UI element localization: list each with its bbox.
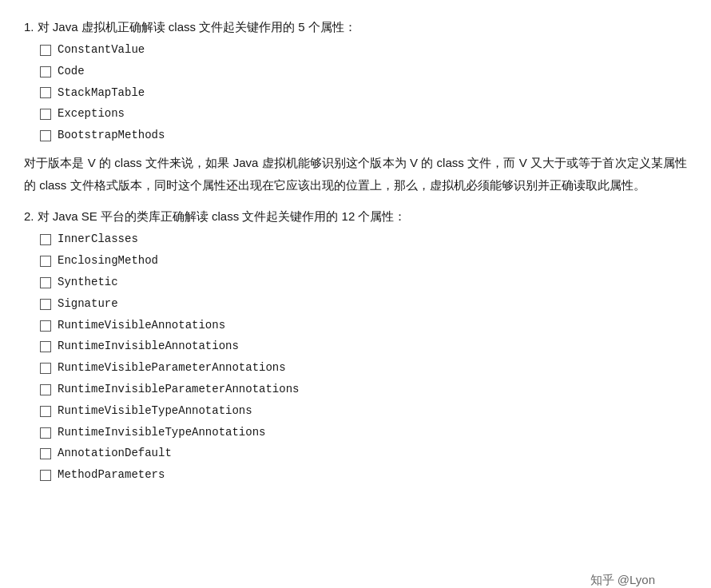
- item-label: RuntimeInvisibleAnnotations: [58, 337, 239, 356]
- section2-heading-text: 2. 对 Java SE 平台的类库正确解读 class 文件起关键作用的 12…: [24, 209, 406, 223]
- item-label: InnerClasses: [58, 230, 138, 249]
- item-label: AnnotationDefault: [58, 444, 172, 463]
- list-item: Synthetic: [40, 273, 687, 292]
- checkbox-icon: [40, 470, 51, 481]
- paragraph-text: 对于版本是 V 的 class 文件来说，如果 Java 虚拟机能够识别这个版本…: [24, 156, 687, 192]
- section1-heading: 1. 对 Java 虚拟机正确解读 class 文件起关键作用的 5 个属性：: [24, 16, 687, 38]
- list-item: RuntimeVisibleAnnotations: [40, 316, 687, 336]
- watermark-text: 知乎 @Lyon: [590, 573, 655, 586]
- section1-list: ConstantValue Code StackMapTable Excepti…: [40, 41, 687, 145]
- item-label: RuntimeInvisibleTypeAnnotations: [58, 423, 265, 443]
- item-label: Signature: [58, 295, 118, 314]
- list-item: RuntimeInvisibleTypeAnnotations: [40, 423, 687, 443]
- item-label: MethodParameters: [58, 466, 165, 485]
- item-label: EnclosingMethod: [58, 252, 158, 271]
- section2-list: InnerClasses EnclosingMethod Synthetic S…: [40, 230, 687, 485]
- item-label: RuntimeVisibleTypeAnnotations: [58, 402, 252, 421]
- list-item: RuntimeInvisibleParameterAnnotations: [40, 380, 687, 399]
- checkbox-icon: [40, 87, 51, 98]
- checkbox-icon: [40, 427, 51, 439]
- list-item: RuntimeVisibleTypeAnnotations: [40, 402, 687, 421]
- section1-heading-text: 1. 对 Java 虚拟机正确解读 class 文件起关键作用的 5 个属性：: [24, 20, 356, 34]
- list-item: RuntimeVisibleParameterAnnotations: [40, 359, 687, 378]
- page-wrapper: 1. 对 Java 虚拟机正确解读 class 文件起关键作用的 5 个属性： …: [24, 16, 687, 588]
- list-item: RuntimeInvisibleAnnotations: [40, 337, 687, 356]
- list-item: StackMapTable: [40, 84, 687, 103]
- item-label: StackMapTable: [58, 84, 145, 103]
- list-item: ConstantValue: [40, 41, 687, 60]
- list-item: InnerClasses: [40, 230, 687, 249]
- checkbox-icon: [40, 256, 51, 267]
- item-label: BootstrapMethods: [58, 126, 165, 145]
- list-item: BootstrapMethods: [40, 126, 687, 145]
- main-content: 1. 对 Java 虚拟机正确解读 class 文件起关键作用的 5 个属性： …: [24, 16, 687, 485]
- list-item: Exceptions: [40, 105, 687, 124]
- checkbox-icon: [40, 234, 51, 245]
- checkbox-icon: [40, 341, 51, 352]
- checkbox-icon: [40, 363, 51, 374]
- list-item: MethodParameters: [40, 466, 687, 485]
- checkbox-icon: [40, 109, 51, 120]
- checkbox-icon: [40, 299, 51, 310]
- watermark: 知乎 @Lyon: [590, 573, 655, 588]
- checkbox-icon: [40, 130, 51, 141]
- item-label: RuntimeInvisibleParameterAnnotations: [58, 380, 299, 399]
- section2-heading: 2. 对 Java SE 平台的类库正确解读 class 文件起关键作用的 12…: [24, 205, 687, 227]
- checkbox-icon: [40, 66, 51, 77]
- item-label: Code: [58, 62, 85, 81]
- item-label: Exceptions: [58, 105, 125, 124]
- list-item: Code: [40, 62, 687, 81]
- item-label: Synthetic: [58, 273, 118, 292]
- checkbox-icon: [40, 320, 51, 332]
- item-label: RuntimeVisibleAnnotations: [58, 316, 225, 336]
- list-item: Signature: [40, 295, 687, 314]
- checkbox-icon: [40, 406, 51, 417]
- description-paragraph: 对于版本是 V 的 class 文件来说，如果 Java 虚拟机能够识别这个版本…: [24, 152, 687, 197]
- item-label: ConstantValue: [58, 41, 145, 60]
- list-item: EnclosingMethod: [40, 252, 687, 271]
- checkbox-icon: [40, 448, 51, 459]
- item-label: RuntimeVisibleParameterAnnotations: [58, 359, 286, 378]
- list-item: AnnotationDefault: [40, 444, 687, 463]
- checkbox-icon: [40, 384, 51, 395]
- checkbox-icon: [40, 45, 51, 56]
- checkbox-icon: [40, 277, 51, 288]
